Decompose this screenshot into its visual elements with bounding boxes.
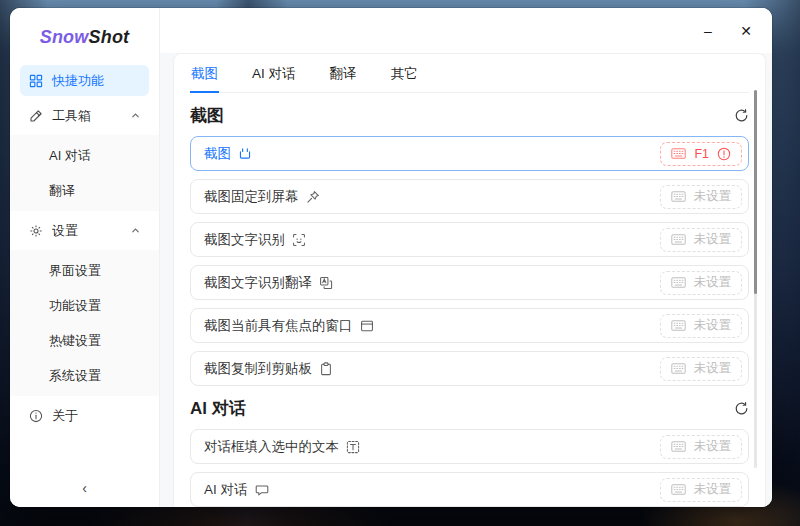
hotkey-value: 未设置 xyxy=(694,317,732,334)
hotkey-label: 截图文字识别翻译 xyxy=(204,274,312,292)
hotkey-list-screenshot: 截图 F1 截图固定到屏幕 xyxy=(190,136,749,386)
keyboard-icon xyxy=(671,484,686,495)
hotkey-value: 未设置 xyxy=(694,360,732,377)
scrollbar-thumb[interactable] xyxy=(754,90,757,294)
hotkey-value-badge[interactable]: 未设置 xyxy=(660,478,743,502)
hotkey-value-badge[interactable]: 未设置 xyxy=(660,357,743,381)
sidebar-item-ai-chat[interactable]: AI 对话 xyxy=(20,140,149,171)
sidebar-item-toolbox[interactable]: 工具箱 xyxy=(20,100,149,131)
sidebar-item-settings[interactable]: 设置 xyxy=(20,215,149,246)
tab-bar: 截图 AI 对话 翻译 其它 xyxy=(190,54,749,93)
close-button[interactable]: ✕ xyxy=(732,18,760,44)
sidebar-item-interface-settings[interactable]: 界面设置 xyxy=(20,255,149,286)
info-icon xyxy=(29,409,43,423)
hotkey-row-ai-chat[interactable]: AI 对话 未设置 xyxy=(190,472,749,507)
hotkey-value-badge[interactable]: 未设置 xyxy=(660,435,743,459)
grid-icon xyxy=(29,74,43,88)
keyboard-icon xyxy=(671,277,686,288)
keyboard-icon xyxy=(671,363,686,374)
content-card: 截图 AI 对话 翻译 其它 截图 截图 xyxy=(173,53,766,507)
sidebar-item-label: AI 对话 xyxy=(49,147,91,165)
sidebar-item-translate[interactable]: 翻译 xyxy=(20,175,149,206)
sidebar-item-hotkey-settings[interactable]: 热键设置 xyxy=(20,325,149,356)
settings-submenu: 界面设置 功能设置 热键设置 系统设置 xyxy=(10,250,159,396)
hotkey-value: F1 xyxy=(694,147,709,161)
hotkey-row-focused-window[interactable]: 截图当前具有焦点的窗口 未设置 xyxy=(190,308,749,343)
sidebar-item-label: 界面设置 xyxy=(49,262,101,280)
clipboard-icon xyxy=(319,362,333,376)
logo-snow: Snow xyxy=(40,27,89,47)
sidebar-item-system-settings[interactable]: 系统设置 xyxy=(20,360,149,391)
hotkey-value: 未设置 xyxy=(694,274,732,291)
toolbox-submenu: AI 对话 翻译 xyxy=(10,135,159,211)
hotkey-row-screenshot[interactable]: 截图 F1 xyxy=(190,136,749,171)
hotkey-row-fill-selected-text[interactable]: 对话框填入选中的文本 未设置 xyxy=(190,429,749,464)
tab-screenshot[interactable]: 截图 xyxy=(190,59,219,93)
sidebar-item-label: 快捷功能 xyxy=(52,72,104,90)
ocr-icon xyxy=(292,233,306,247)
sidebar-item-label: 关于 xyxy=(52,407,78,425)
hotkey-label: AI 对话 xyxy=(204,481,248,499)
hotkey-row-copy-clipboard[interactable]: 截图复制到剪贴板 未设置 xyxy=(190,351,749,386)
tab-translate[interactable]: 翻译 xyxy=(329,59,358,92)
exclamation-circle-icon xyxy=(717,147,731,161)
sidebar-nav: 快捷功能 工具箱 AI 对话 翻译 xyxy=(10,61,159,507)
refresh-icon[interactable] xyxy=(734,108,749,123)
hotkey-row-ocr[interactable]: 截图文字识别 未设置 xyxy=(190,222,749,257)
hotkey-value-badge[interactable]: 未设置 xyxy=(660,314,743,338)
tool-icon xyxy=(29,109,43,123)
hotkey-value: 未设置 xyxy=(694,188,732,205)
app-logo: SnowShot xyxy=(10,8,159,61)
sidebar-item-quick-functions[interactable]: 快捷功能 xyxy=(20,65,149,96)
hotkey-label: 截图固定到屏幕 xyxy=(204,188,299,206)
minimize-button[interactable]: – xyxy=(694,18,722,44)
keyboard-icon xyxy=(671,441,686,452)
keyboard-icon xyxy=(671,234,686,245)
gear-icon xyxy=(29,224,43,238)
hotkey-value: 未设置 xyxy=(694,231,732,248)
hotkey-value-badge[interactable]: 未设置 xyxy=(660,228,743,252)
screenshot-icon xyxy=(238,147,252,161)
window-titlebar[interactable]: – ✕ xyxy=(160,8,772,53)
collapse-chevron-icon: ‹ xyxy=(82,480,87,496)
text-select-icon xyxy=(346,440,360,454)
section-title: AI 对话 xyxy=(190,397,246,420)
hotkey-row-pin-to-screen[interactable]: 截图固定到屏幕 未设置 xyxy=(190,179,749,214)
hotkey-value: 未设置 xyxy=(694,481,732,498)
hotkey-label: 截图当前具有焦点的窗口 xyxy=(204,317,353,335)
tab-other[interactable]: 其它 xyxy=(390,59,419,92)
hotkey-label: 截图 xyxy=(204,145,231,163)
logo-shot: Shot xyxy=(89,27,130,47)
keyboard-icon xyxy=(671,191,686,202)
scrollbar-track[interactable] xyxy=(754,90,757,468)
sidebar-item-function-settings[interactable]: 功能设置 xyxy=(20,290,149,321)
keyboard-icon xyxy=(671,148,686,159)
snowshot-settings-window: SnowShot 快捷功能 工具箱 AI 对话 xyxy=(10,8,772,507)
hotkey-value-badge[interactable]: 未设置 xyxy=(660,271,743,295)
section-title: 截图 xyxy=(190,104,224,127)
sidebar-item-label: 翻译 xyxy=(49,182,75,200)
section-header-screenshot: 截图 xyxy=(190,104,749,127)
sidebar-item-label: 功能设置 xyxy=(49,297,101,315)
ocr-translate-icon xyxy=(319,276,333,290)
main-area: – ✕ 截图 AI 对话 翻译 其它 截图 截图 xyxy=(160,8,772,507)
chevron-up-icon xyxy=(131,111,140,120)
sidebar: SnowShot 快捷功能 工具箱 AI 对话 xyxy=(10,8,160,507)
hotkey-value-badge[interactable]: F1 xyxy=(660,142,742,166)
focused-window-icon xyxy=(360,319,374,333)
desktop-wallpaper: { "window_controls": { "minimize": "–", … xyxy=(0,0,800,526)
hotkey-label: 对话框填入选中的文本 xyxy=(204,438,339,456)
sidebar-item-about[interactable]: 关于 xyxy=(20,400,149,431)
hotkey-list-ai-chat: 对话框填入选中的文本 未设置 AI 对话 xyxy=(190,429,749,507)
hotkey-label: 截图复制到剪贴板 xyxy=(204,360,312,378)
chevron-up-icon xyxy=(131,226,140,235)
hotkey-row-ocr-translate[interactable]: 截图文字识别翻译 未设置 xyxy=(190,265,749,300)
tab-ai-chat[interactable]: AI 对话 xyxy=(251,59,297,92)
refresh-icon[interactable] xyxy=(734,401,749,416)
sidebar-collapse-button[interactable]: ‹ xyxy=(10,475,159,501)
hotkey-value-badge[interactable]: 未设置 xyxy=(660,185,743,209)
keyboard-icon xyxy=(671,320,686,331)
chat-icon xyxy=(255,483,269,497)
hotkey-value: 未设置 xyxy=(694,438,732,455)
sidebar-item-label: 热键设置 xyxy=(49,332,101,350)
